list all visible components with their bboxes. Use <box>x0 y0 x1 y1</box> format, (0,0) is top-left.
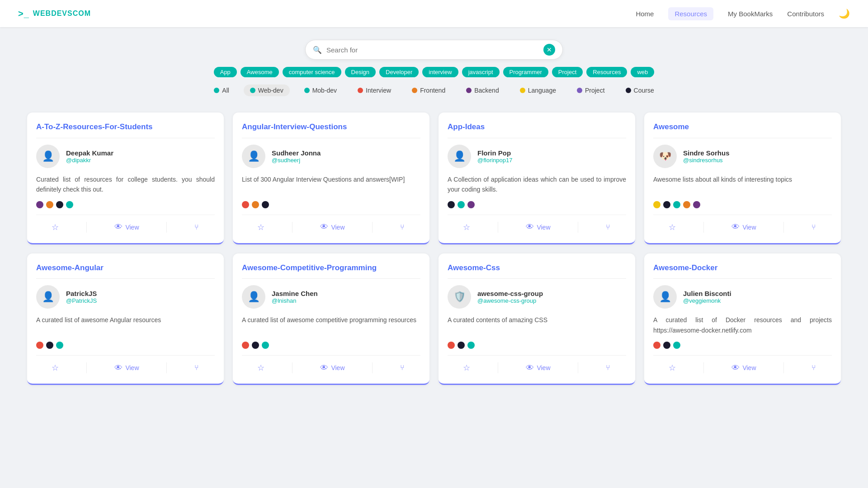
view-button[interactable]: 👁View <box>728 361 760 375</box>
star-button[interactable]: ☆ <box>48 221 62 234</box>
author-name: Jasmine Chen <box>272 290 318 297</box>
star-button[interactable]: ☆ <box>459 361 474 375</box>
color-dot <box>663 342 670 349</box>
filter-label: Frontend <box>420 87 445 94</box>
star-button[interactable]: ☆ <box>254 221 268 234</box>
moon-icon[interactable]: 🌙 <box>839 8 850 19</box>
view-button[interactable]: 👁View <box>728 221 760 234</box>
fork-button[interactable]: ⑂ <box>808 362 820 374</box>
filter-mob-dev[interactable]: Mob-dev <box>298 84 343 96</box>
view-label: View <box>331 224 344 231</box>
filter-label: Web-dev <box>258 87 283 94</box>
star-button[interactable]: ☆ <box>665 361 679 375</box>
color-dot <box>653 201 660 208</box>
filter-project[interactable]: Project <box>571 84 611 96</box>
nav-home[interactable]: Home <box>636 10 654 18</box>
filter-dot <box>577 88 582 93</box>
tag-web[interactable]: web <box>631 67 654 77</box>
filter-dot <box>520 88 525 93</box>
card-title[interactable]: Awesome-Css <box>448 263 626 279</box>
nav-bookmarks[interactable]: My BookMarks <box>728 10 773 18</box>
tag-project[interactable]: Project <box>552 67 583 77</box>
tag-developer[interactable]: Developer <box>379 67 419 77</box>
fork-button[interactable]: ⑂ <box>191 362 203 374</box>
search-input[interactable] <box>326 46 539 54</box>
divider <box>86 362 87 373</box>
view-button[interactable]: 👁View <box>316 221 348 234</box>
tag-computer-science[interactable]: computer science <box>283 67 341 77</box>
card-title[interactable]: Awesome-Angular <box>36 263 215 279</box>
filter-course[interactable]: Course <box>619 84 660 96</box>
filter-web-dev[interactable]: Web-dev <box>244 84 290 96</box>
color-dot <box>46 201 53 208</box>
tag-javascript[interactable]: javascript <box>462 67 500 77</box>
tag-awesome[interactable]: Awesome <box>241 67 279 77</box>
fork-button[interactable]: ⑂ <box>602 221 614 233</box>
author-handle[interactable]: @sudheerj <box>272 157 321 164</box>
card-title[interactable]: A-To-Z-Resources-For-Students <box>36 122 215 138</box>
author-info: Florin Pop@florinpop17 <box>477 149 513 164</box>
divider <box>372 362 373 373</box>
tag-resources[interactable]: Resources <box>586 67 627 77</box>
author-name: Sindre Sorhus <box>683 149 730 157</box>
fork-button[interactable]: ⑂ <box>396 362 408 374</box>
fork-icon: ⑂ <box>400 364 405 372</box>
view-button[interactable]: 👁View <box>111 221 142 234</box>
tag-app[interactable]: App <box>214 67 237 77</box>
filter-all[interactable]: All <box>208 84 236 96</box>
card-description: A curated list of awesome competitive pr… <box>242 315 420 335</box>
author-handle[interactable]: @sindresorhus <box>683 157 730 164</box>
color-dot <box>467 201 475 208</box>
filter-backend[interactable]: Backend <box>460 84 505 96</box>
fork-button[interactable]: ⑂ <box>396 221 408 233</box>
tag-interview[interactable]: interview <box>422 67 458 77</box>
filter-label: Language <box>528 87 556 94</box>
star-button[interactable]: ☆ <box>254 361 268 375</box>
fork-button[interactable]: ⑂ <box>808 221 820 233</box>
card-title[interactable]: Angular-Interview-Questions <box>242 122 420 138</box>
card-author: 👤Deepak Kumar@dipakkr <box>36 145 215 168</box>
search-icon: 🔍 <box>313 46 322 54</box>
divider <box>292 362 292 373</box>
view-button[interactable]: 👁View <box>522 361 554 375</box>
filter-frontend[interactable]: Frontend <box>406 84 452 96</box>
author-handle[interactable]: @florinpop17 <box>477 157 513 164</box>
view-label: View <box>537 224 550 231</box>
author-handle[interactable]: @lnishan <box>272 297 318 304</box>
search-clear-button[interactable]: ✕ <box>543 44 555 56</box>
view-button[interactable]: 👁View <box>111 361 142 375</box>
author-handle[interactable]: @veggiemonk <box>683 297 731 304</box>
tag-design[interactable]: Design <box>345 67 376 77</box>
logo[interactable]: >_ WEBDEVSCOM <box>18 9 91 19</box>
filter-language[interactable]: Language <box>514 84 562 96</box>
filter-interview[interactable]: Interview <box>351 84 397 96</box>
view-button[interactable]: 👁View <box>522 221 554 234</box>
author-handle[interactable]: @PatrickJS <box>66 297 97 304</box>
card-title[interactable]: Awesome-Docker <box>653 263 832 279</box>
card-title[interactable]: Awesome-Competitive-Programming <box>242 263 420 279</box>
card-0: A-To-Z-Resources-For-Students👤Deepak Kum… <box>27 113 224 244</box>
nav-contributors[interactable]: Contributors <box>787 10 824 18</box>
tag-programmer[interactable]: Programmer <box>503 67 548 77</box>
eye-icon: 👁 <box>320 222 328 232</box>
view-label: View <box>125 364 139 371</box>
card-title[interactable]: Awesome <box>653 122 832 138</box>
star-button[interactable]: ☆ <box>459 221 474 234</box>
fork-button[interactable]: ⑂ <box>191 221 203 233</box>
card-title[interactable]: App-Ideas <box>448 122 626 138</box>
nav-resources[interactable]: Resources <box>668 7 713 20</box>
card-dots <box>242 342 420 349</box>
star-button[interactable]: ☆ <box>48 361 62 375</box>
fork-button[interactable]: ⑂ <box>602 362 614 374</box>
star-button[interactable]: ☆ <box>665 221 679 234</box>
filter-dot <box>626 88 631 93</box>
color-dot <box>56 342 63 349</box>
eye-icon: 👁 <box>526 363 534 373</box>
fork-icon: ⑂ <box>194 223 199 231</box>
author-handle[interactable]: @dipakkr <box>66 157 113 164</box>
author-handle[interactable]: @awesome-css-group <box>477 297 543 304</box>
avatar: 👤 <box>653 285 677 309</box>
card-description: Curated list of resources for college st… <box>36 174 215 195</box>
divider <box>783 362 784 373</box>
view-button[interactable]: 👁View <box>316 361 348 375</box>
